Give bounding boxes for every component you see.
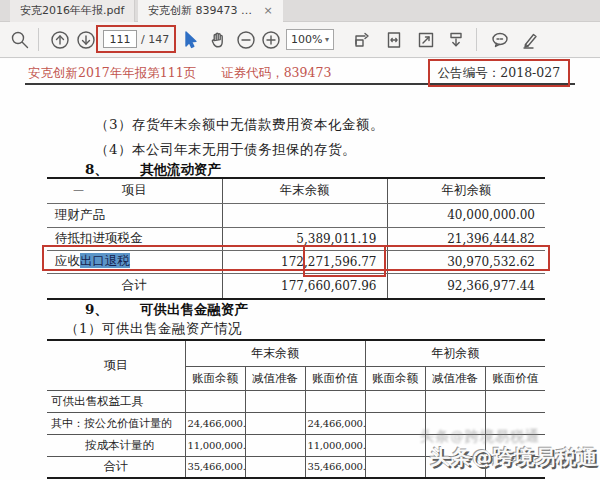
t2-r2-item: 其中：按公允价值计量的 (47, 412, 185, 434)
tab-label: 安克2016年年报.pdf (20, 4, 124, 17)
t1-dash-mark: — (73, 183, 84, 196)
table-row: 待抵扣进项税金 5,389,011.19 21,396,444.82 (47, 227, 545, 250)
t2-sub-value: 账面价值 (305, 366, 365, 390)
watermark: 头条@跨境易税通 (430, 444, 598, 471)
t2-r3-item: 按成本计量的 (47, 434, 185, 456)
tab-label: 安克创新 839473 … (148, 4, 252, 17)
section-9-title: 可供出售金融资产 (140, 301, 248, 319)
t1-r4-end: 177,660,607.96 (222, 273, 387, 299)
fit-width-icon[interactable] (384, 30, 404, 50)
other-current-assets-table: — 项目 年末余额 年初余额 理财产品 40,000,000.00 待抵扣进项税… (47, 177, 545, 300)
t2-r4-item: 合计 (47, 456, 185, 478)
t1-r4-begin: 92,366,977.44 (387, 273, 545, 299)
paragraph-3: （3）存货年末余额中无借款费用资本化金额。 (95, 116, 384, 134)
t1-header-item: — 项目 (47, 178, 222, 203)
t1-header-year-end: 年末余额 (222, 178, 387, 203)
t2-header-year-end: 年末余额 (185, 340, 365, 366)
table-row: 可供出售权益工具 (47, 390, 545, 412)
t1-r1-begin: 40,000,000.00 (387, 203, 545, 227)
zoom-level-dropdown[interactable]: 100% ▾ (286, 29, 334, 50)
tab-close-icon[interactable]: × (263, 0, 272, 22)
page-total-label: / 147 (141, 33, 169, 46)
t1-r2-end: 5,389,011.19 (222, 227, 387, 250)
section-9-number: 9、 (85, 301, 108, 319)
t1-r1-item: 理财产品 (47, 203, 222, 227)
toolbar-separator (38, 28, 39, 51)
t2-r3-end-value: 11,000,000.00 (305, 434, 365, 456)
t2-r4-end-value: 35,466,000.00 (305, 456, 365, 478)
t1-r3-end: 172,271,596.77 (222, 250, 387, 273)
hand-tool-icon[interactable] (208, 30, 228, 50)
toolbar: / 147 100% ▾ (0, 22, 600, 58)
t2-sub-balance: 账面余额 (365, 366, 425, 390)
t2-r3-end-balance: 11,000,000.00 (185, 434, 245, 456)
chevron-down-icon: ▾ (325, 35, 329, 44)
table-row: 理财产品 40,000,000.00 (47, 203, 545, 227)
t2-r4-end-balance: 35,466,000.00 (185, 456, 245, 478)
highlighter-icon[interactable] (520, 30, 540, 50)
notice-number-text: 公告编号：2018-027 (438, 65, 560, 82)
continuous-scroll-icon[interactable] (446, 30, 466, 50)
t1-r2-begin: 21,396,444.82 (387, 227, 545, 250)
pdf-reader-window: 安克2016年年报.pdf 安克创新 839473 … × / 147 (0, 0, 600, 480)
t2-sub-impairment: 减值准备 (245, 366, 305, 390)
notice-number-annotation-box: 公告编号：2018-027 (428, 59, 570, 87)
t2-sub-balance: 账面余额 (185, 366, 245, 390)
next-page-icon[interactable] (76, 30, 96, 50)
tab-document-1[interactable]: 安克2016年年报.pdf (10, 0, 135, 22)
actual-size-icon[interactable] (416, 30, 436, 50)
t1-header-year-begin: 年初余额 (387, 178, 545, 203)
page-number-annotation-box: / 147 (96, 25, 176, 53)
t1-r3-begin: 30,970,532.62 (387, 250, 545, 273)
zoom-in-icon[interactable] (261, 30, 281, 50)
t2-header-year-begin: 年初余额 (365, 340, 545, 366)
t1-r1-end (222, 203, 387, 227)
comment-icon[interactable] (490, 30, 510, 50)
t1-r4-item: 合计 (47, 273, 222, 299)
t2-sub-impairment: 减值准备 (425, 366, 485, 390)
tab-bar: 安克2016年年报.pdf 安克创新 839473 … × (0, 0, 600, 22)
t2-sub-value: 账面价值 (485, 366, 545, 390)
section-9-sub: （1）可供出售金融资产情况 (65, 320, 242, 338)
fit-page-icon[interactable] (352, 30, 372, 50)
t2-header-item: 项目 (47, 340, 185, 390)
paragraph-4: （4）本公司年末无用于债务担保的存货。 (95, 141, 356, 159)
zoom-level-value: 100% (291, 33, 322, 46)
previous-page-icon[interactable] (50, 30, 70, 50)
tab-document-2[interactable]: 安克创新 839473 … × (138, 0, 283, 22)
table-row: 合计 177,660,607.96 92,366,977.44 (47, 273, 545, 299)
page-number-input[interactable] (103, 30, 137, 48)
t2-r2-end-balance: 24,466,000.00 (185, 412, 245, 434)
zoom-out-icon[interactable] (236, 30, 256, 50)
t2-r2-end-value: 24,466,000.00 (305, 412, 365, 434)
doc-header-left: 安克创新2017年年报第111页 证券代码，839473 (28, 65, 331, 82)
t1-r2-item: 待抵扣进项税金 (47, 227, 222, 250)
toolbar-separator (476, 28, 477, 51)
selected-text: 出口退税 (80, 253, 130, 268)
select-tool-icon[interactable] (180, 30, 200, 50)
t1-r3-item: 应收出口退税 (47, 250, 222, 273)
t2-r1-item: 可供出售权益工具 (47, 390, 185, 412)
table-row: 应收出口退税 172,271,596.77 30,970,532.62 (47, 250, 545, 273)
search-icon[interactable] (10, 30, 30, 50)
